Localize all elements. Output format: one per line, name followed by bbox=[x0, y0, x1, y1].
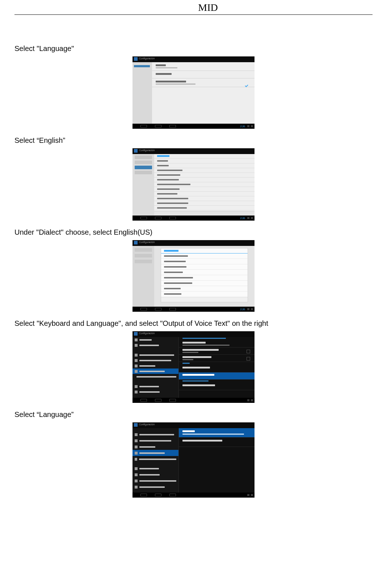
screenshot-5: Configuración bbox=[132, 422, 255, 498]
settings-row[interactable] bbox=[179, 348, 255, 355]
recent-nav-icon[interactable] bbox=[169, 125, 176, 128]
recent-nav-icon[interactable] bbox=[169, 399, 176, 402]
back-nav-icon[interactable] bbox=[140, 125, 147, 128]
dialect-option[interactable] bbox=[161, 275, 248, 281]
sidebar-item[interactable] bbox=[132, 484, 178, 490]
sidebar-item[interactable] bbox=[132, 374, 178, 379]
option-label bbox=[157, 203, 188, 204]
row-subtitle bbox=[156, 67, 177, 68]
check-icon bbox=[245, 84, 248, 87]
sidebar-item-icon bbox=[135, 365, 138, 367]
recent-nav-icon[interactable] bbox=[169, 217, 176, 220]
back-nav-icon[interactable] bbox=[140, 217, 147, 220]
recent-nav-icon[interactable] bbox=[169, 494, 176, 497]
sidebar-item[interactable] bbox=[132, 384, 178, 389]
language-option[interactable] bbox=[154, 205, 255, 210]
settings-row[interactable] bbox=[152, 62, 255, 71]
settings-row[interactable] bbox=[179, 355, 255, 362]
screenshot-body bbox=[152, 62, 255, 124]
sidebar-item[interactable] bbox=[132, 337, 178, 342]
sidebar-item[interactable] bbox=[132, 431, 178, 438]
screenshot-navbar: 2:26 bbox=[132, 124, 255, 129]
dialect-option[interactable] bbox=[161, 253, 248, 259]
language-option[interactable] bbox=[154, 201, 255, 205]
home-nav-icon[interactable] bbox=[155, 494, 161, 497]
settings-row[interactable] bbox=[179, 438, 255, 447]
sidebar-item[interactable] bbox=[132, 389, 178, 395]
wifi-icon bbox=[247, 125, 249, 127]
settings-icon bbox=[134, 332, 138, 336]
sidebar-item[interactable] bbox=[132, 478, 178, 484]
language-option[interactable] bbox=[154, 196, 255, 201]
settings-row[interactable] bbox=[179, 372, 255, 380]
cancel-button[interactable] bbox=[154, 211, 255, 216]
sidebar-item[interactable] bbox=[132, 342, 178, 348]
sidebar-item-icon bbox=[135, 480, 138, 482]
sidebar-item[interactable] bbox=[132, 472, 178, 478]
dialect-option[interactable] bbox=[161, 264, 248, 270]
cancel-button[interactable] bbox=[161, 297, 248, 302]
sidebar-item[interactable] bbox=[132, 438, 178, 444]
language-option[interactable] bbox=[154, 182, 255, 187]
sidebar-category bbox=[135, 429, 176, 431]
language-option[interactable] bbox=[154, 168, 255, 172]
option-label bbox=[157, 188, 180, 190]
screenshot-1: Configuración 2:26 bbox=[132, 56, 255, 129]
back-nav-icon[interactable] bbox=[140, 494, 147, 497]
settings-icon bbox=[134, 57, 138, 61]
sidebar-item[interactable] bbox=[132, 465, 178, 472]
back-nav-icon[interactable] bbox=[140, 399, 147, 402]
sidebar-item-icon bbox=[135, 473, 138, 476]
back-nav-icon[interactable] bbox=[140, 308, 147, 311]
recent-nav-icon[interactable] bbox=[169, 308, 176, 311]
sidebar-item-label bbox=[139, 365, 155, 367]
home-nav-icon[interactable] bbox=[155, 399, 161, 402]
step-4-text: Select "Keyboard and Language", and sele… bbox=[14, 318, 373, 328]
home-nav-icon[interactable] bbox=[155, 217, 161, 220]
sidebar-item[interactable] bbox=[132, 352, 178, 358]
screenshot-app-title: Configuración bbox=[139, 149, 155, 152]
settings-row[interactable] bbox=[179, 383, 255, 390]
sidebar-item-label bbox=[139, 468, 159, 469]
sidebar-item[interactable] bbox=[132, 450, 178, 456]
dialect-option[interactable] bbox=[161, 270, 248, 275]
sidebar-item-label bbox=[139, 345, 159, 346]
settings-row[interactable] bbox=[179, 340, 255, 348]
screenshot-titlebar: Configuración bbox=[132, 56, 255, 62]
language-option[interactable] bbox=[154, 158, 255, 163]
settings-row[interactable] bbox=[152, 78, 255, 87]
wifi-icon bbox=[247, 217, 249, 219]
dialect-option[interactable] bbox=[161, 291, 248, 297]
screenshot-sidebar bbox=[132, 154, 154, 216]
sidebar-item[interactable] bbox=[132, 363, 178, 368]
option-label bbox=[164, 277, 193, 278]
sidebar-item[interactable] bbox=[132, 368, 178, 374]
sidebar-item[interactable] bbox=[132, 358, 178, 363]
sidebar-item-label bbox=[139, 391, 160, 393]
battery-icon bbox=[251, 125, 253, 127]
language-option[interactable] bbox=[154, 191, 255, 196]
option-label bbox=[157, 207, 187, 209]
screenshot-sidebar bbox=[132, 337, 179, 398]
sidebar-item-icon bbox=[135, 446, 138, 448]
settings-row[interactable] bbox=[152, 71, 255, 78]
language-option[interactable] bbox=[154, 177, 255, 182]
language-option[interactable] bbox=[154, 163, 255, 168]
sidebar-item[interactable] bbox=[132, 456, 178, 462]
sidebar-item-icon bbox=[135, 385, 138, 388]
settings-slider-icon[interactable] bbox=[247, 357, 250, 361]
settings-slider-icon[interactable] bbox=[247, 350, 250, 353]
home-nav-icon[interactable] bbox=[155, 125, 161, 128]
screenshot-titlebar: Configuración bbox=[132, 422, 255, 428]
dialect-option[interactable] bbox=[161, 259, 248, 264]
home-nav-icon[interactable] bbox=[155, 308, 161, 311]
screenshot-app-title: Configuración bbox=[139, 332, 155, 335]
dialect-option[interactable] bbox=[161, 281, 248, 286]
sidebar-item[interactable] bbox=[132, 444, 178, 450]
settings-row[interactable] bbox=[179, 428, 255, 438]
row-title bbox=[182, 349, 219, 351]
language-option[interactable] bbox=[154, 172, 255, 177]
dialect-option[interactable] bbox=[161, 286, 248, 291]
language-option[interactable] bbox=[154, 187, 255, 191]
settings-row[interactable] bbox=[179, 365, 255, 372]
